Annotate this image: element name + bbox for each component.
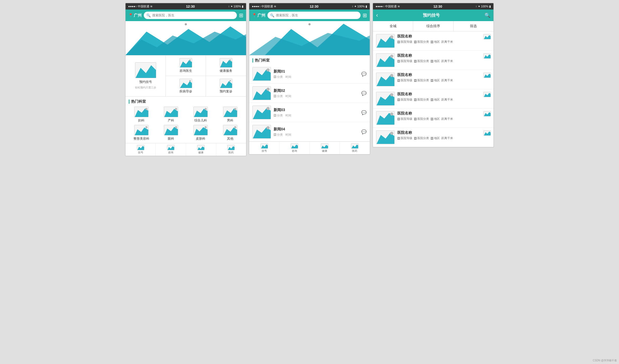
hospital-item-1[interactable]: 医院名称 🖼 医院等级 🖼 医院分类 🖼 地区 距离千米	[373, 51, 493, 70]
dept-eye[interactable]: 眼科	[157, 125, 185, 141]
dept-obstetrics[interactable]: 产科	[157, 107, 185, 123]
svg-point-15	[145, 108, 147, 110]
diagnosis-label: 疾病导诊	[179, 89, 192, 94]
svg-point-24	[234, 108, 236, 110]
tab-register-2[interactable]: 挂号	[249, 142, 279, 154]
news-time-2: 时间	[285, 114, 291, 117]
hospital-item-0[interactable]: 医院名称 🖼 医院等级 🖼 医院分类 🖼 地区 距离千米	[373, 31, 493, 51]
hospital-item-2[interactable]: 医院名称 🖼 医院等级 🖼 医院分类 🖼 地区 距离千米	[373, 70, 493, 89]
svg-point-36	[234, 126, 236, 128]
hospital-item-4[interactable]: 医院名称 🖼 医院等级 🖼 医院分类 🖼 地区 距离千米	[373, 108, 493, 128]
svg-point-27	[145, 126, 147, 128]
status-battery-1: ↑ ✦ 100% ▮	[228, 5, 243, 8]
page3-nav: ‹ 预约挂号 🔍	[373, 10, 493, 21]
watermark: CSDN @萍萍睡不着	[593, 359, 617, 362]
qr-icon-1[interactable]: ⊞	[239, 12, 243, 18]
tab-health-2[interactable]: 健康	[310, 142, 340, 154]
tab-medicine-2[interactable]: 医药	[340, 142, 370, 154]
hospital-item-5[interactable]: 医院名称 🖼 医院等级 🖼 医院分类 🖼 地区 距离千米	[373, 128, 493, 147]
banner-dot-2	[308, 23, 311, 25]
status-signal-1: ●●●●○ 中国联通 ≋	[128, 4, 153, 8]
tab-register-1[interactable]: 挂号	[126, 143, 156, 156]
svg-point-85	[390, 93, 393, 96]
hot-dept-header-1: 热门科室	[126, 97, 246, 106]
back-button[interactable]: ‹	[376, 12, 378, 19]
svg-point-70	[390, 35, 393, 39]
appointment-thumb	[135, 62, 156, 78]
dept-mens[interactable]: 男科	[216, 107, 244, 123]
news-list: 新闻01 🖼 分类 时间 💬 新闻02 🖼 分类 时间 💬	[249, 64, 370, 141]
tab-consult-1[interactable]: 咨询	[156, 143, 186, 156]
phone1: ●●●●○ 中国联通 ≋ 12:30 ↑ ✦ 100% ▮ 📍 广州 🔍 ⊞	[125, 3, 247, 156]
qr-icon-2[interactable]: ⊞	[363, 12, 367, 18]
followup-thumb	[220, 79, 232, 88]
phone3: ●●●●○ 中国联通 ≋ 12:30 ↑ ✦ 100% ▮ ‹ 预约挂号 🔍 全…	[372, 3, 494, 148]
svg-point-59	[266, 126, 270, 129]
page3-title: 预约挂号	[423, 13, 440, 18]
search-box-2[interactable]: 🔍	[267, 12, 361, 19]
search-icon-1: 🔍	[146, 13, 151, 17]
menu-item-followup[interactable]: 预约复诊	[206, 76, 246, 96]
status-bar-3: ●●●●○ 中国联通 ≋ 12:30 ↑ ✦ 100% ▮	[373, 3, 493, 10]
nav-bar-2: 📍 广州 🔍 ⊞	[249, 10, 370, 21]
menu-item-diagnosis[interactable]: 疾病导诊	[166, 76, 206, 96]
tab-bar-1: 挂号 咨询 健康 医药	[126, 143, 246, 156]
location-pin-icon-2: 📍	[252, 13, 257, 18]
followup-label: 预约复诊	[220, 89, 232, 94]
dept-gynecology[interactable]: 妇科	[128, 107, 155, 123]
tab-consult-2[interactable]: 咨询	[279, 142, 310, 154]
menu-item-health[interactable]: 健康服务	[206, 55, 246, 76]
svg-point-56	[266, 107, 270, 110]
section-bar-1	[129, 100, 130, 104]
banner-1	[126, 21, 246, 55]
page3-search-button[interactable]: 🔍	[484, 12, 490, 18]
location-2[interactable]: 📍 广州	[252, 13, 265, 18]
news-cat-icon-1: 🖼 分类	[274, 94, 283, 98]
dept-other[interactable]: 其他	[216, 125, 244, 141]
news-time-3: 时间	[285, 133, 291, 137]
search-input-2[interactable]	[276, 13, 358, 17]
news-item-2[interactable]: 新闻03 🖼 分类 时间 💬	[249, 103, 370, 122]
appointment-sublabel: 轻松预约只需三步	[135, 86, 156, 89]
tab-health-1[interactable]: 健康	[186, 143, 216, 156]
nav-bar-1: 📍 广州 🔍 ⊞	[126, 10, 246, 21]
tab-medicine-1[interactable]: 医药	[216, 143, 246, 156]
search-box-1[interactable]: 🔍	[144, 12, 237, 19]
menu-item-consult[interactable]: 咨询医生	[166, 55, 206, 76]
filter-bar: 全城 综合排序 筛选	[373, 21, 493, 31]
consult-label: 咨询医生	[179, 69, 192, 73]
banner-dot-1	[185, 23, 187, 25]
svg-point-53	[266, 88, 270, 91]
svg-point-30	[175, 126, 177, 128]
svg-point-75	[390, 55, 393, 58]
search-icon-2: 🔍	[270, 13, 274, 17]
dept-pediatrics[interactable]: 综合儿科	[187, 107, 214, 123]
dept-skin[interactable]: 皮肤科	[187, 125, 214, 141]
menu-grid-1: 预约挂号 轻松预约只需三步 咨询医生 健康服务 疾病导诊	[126, 55, 246, 97]
news-item-3[interactable]: 新闻04 🖼 分类 时间 💬	[249, 122, 370, 141]
news-cat-icon-2: 🖼 分类	[274, 114, 283, 117]
news-item-0[interactable]: 新闻01 🖼 分类 时间 💬	[249, 64, 370, 84]
menu-item-appointment[interactable]: 预约挂号 轻松预约只需三步	[126, 55, 166, 96]
banner-2	[249, 21, 370, 55]
news-time-1: 时间	[285, 94, 291, 98]
hospital-item-3[interactable]: 医院名称 🖼 医院等级 🖼 医院分类 🖼 地区 距离千米	[373, 89, 493, 108]
filter-sort[interactable]: 综合排序	[413, 21, 453, 31]
filter-all-city[interactable]: 全城	[373, 21, 413, 31]
filter-screen[interactable]: 筛选	[454, 21, 493, 31]
news-time-0: 时间	[285, 75, 291, 79]
dept-plastic[interactable]: 整形美容科	[128, 125, 155, 141]
location-1[interactable]: 📍 广州	[128, 13, 142, 18]
consult-thumb	[179, 58, 192, 68]
comment-icon-3: 💬	[361, 129, 367, 134]
tab-bar-2: 挂号 咨询 健康 医药	[249, 141, 370, 154]
diagnosis-thumb	[179, 79, 192, 88]
section-title-2: 热门科室	[255, 58, 270, 63]
search-input-1[interactable]	[152, 13, 234, 17]
comment-icon-1: 💬	[361, 91, 367, 96]
status-time-1: 12:30	[186, 4, 195, 8]
svg-point-95	[390, 132, 393, 135]
news-item-1[interactable]: 新闻02 🖼 分类 时间 💬	[249, 84, 370, 103]
health-label: 健康服务	[220, 69, 232, 73]
section-bar-2	[252, 58, 253, 63]
